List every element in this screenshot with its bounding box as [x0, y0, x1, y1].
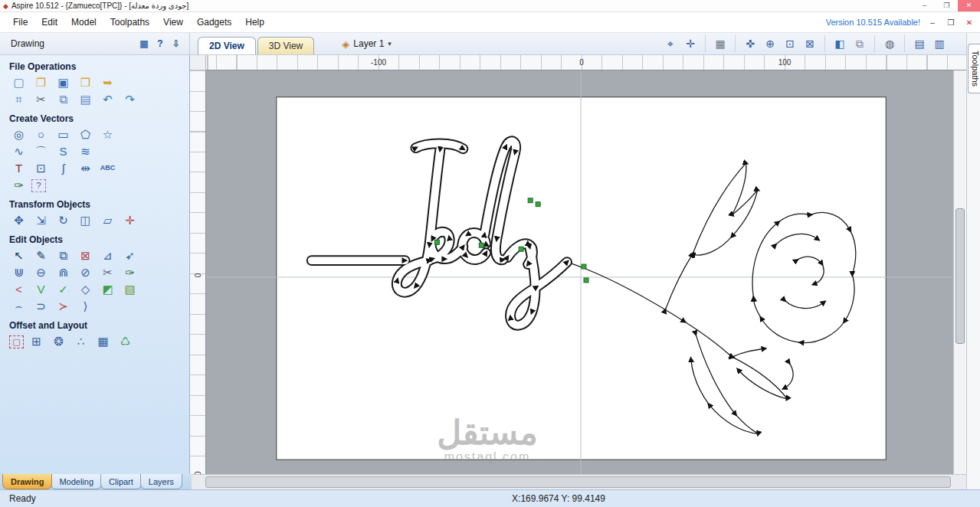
chamfer-icon[interactable]: ≻ [54, 298, 73, 314]
draw-rectangle-icon[interactable]: ▭ [54, 126, 73, 142]
draw-curve-icon[interactable]: S [54, 143, 73, 159]
cut-icon[interactable]: ✂ [31, 91, 51, 107]
minimize-button[interactable]: – [913, 0, 936, 11]
panel-pin-icon[interactable]: ⇩ [169, 37, 183, 51]
vertical-scrollbar-thumb[interactable] [955, 208, 965, 344]
circular-copy-icon[interactable]: ❂ [49, 333, 68, 349]
vertical-scrollbar[interactable] [953, 70, 966, 474]
copy-icon[interactable]: ⧉ [54, 91, 73, 107]
trim-vectors-icon[interactable]: ✂ [98, 264, 117, 280]
stacked-panels-icon[interactable]: ⧉ [851, 35, 869, 52]
arc-tool-icon[interactable]: ⟩ [76, 298, 95, 314]
edit-shape-icon[interactable]: ⊘ [76, 264, 95, 280]
draw-spiral-icon[interactable]: ≋ [76, 143, 95, 159]
smooth-vectors-icon[interactable]: ✓ [54, 281, 73, 297]
rotate-icon[interactable]: ↻ [54, 212, 73, 228]
text-box-icon[interactable]: ⊡ [31, 160, 51, 176]
menu-view[interactable]: View [156, 17, 190, 28]
offset-vectors-icon[interactable]: ▢ [9, 335, 24, 348]
pick-transform-icon[interactable]: ➶ [120, 247, 139, 263]
weld-vectors-icon[interactable]: ⋓ [9, 264, 28, 280]
fill-vector-icon[interactable]: ◩ [98, 281, 117, 297]
dock-panel-icon[interactable]: ❐ [945, 18, 957, 27]
extend-vector-icon[interactable]: ⊃ [31, 298, 51, 314]
dimension-icon[interactable]: ? [31, 179, 46, 192]
panel-help-icon[interactable]: ? [153, 37, 167, 51]
zoom-window-icon[interactable]: ⊡ [781, 35, 799, 52]
job-setup-icon[interactable]: ⌗ [9, 91, 28, 107]
array-copy-icon[interactable]: ⊞ [27, 333, 46, 349]
import-vectors-icon[interactable]: ❒ [76, 74, 95, 90]
tile-windows-v-icon[interactable]: ▥ [930, 35, 949, 52]
convert-text-icon[interactable]: ABC [98, 160, 117, 176]
menu-model[interactable]: Model [64, 17, 103, 28]
draw-polyline-icon[interactable]: ∿ [9, 143, 28, 159]
close-panel-icon[interactable]: ✕ [963, 18, 975, 27]
trace-bitmap-icon[interactable]: ▧ [120, 281, 139, 297]
duplicate-icon[interactable]: ⧉ [54, 247, 73, 263]
tab-toolpaths[interactable]: Toolpaths [968, 44, 980, 93]
paint-brush-icon[interactable]: ✑ [120, 264, 139, 280]
tab-layers[interactable]: Layers [140, 474, 182, 489]
horizontal-scrollbar-thumb[interactable] [205, 476, 951, 488]
guides-icon[interactable]: ✛ [681, 35, 700, 52]
version-update-link[interactable]: Version 10.515 Available! [826, 18, 920, 27]
select-tool-icon[interactable]: ↖ [9, 247, 28, 263]
mirror-icon[interactable]: ◫ [76, 212, 95, 228]
export-vectors-icon[interactable]: ➥ [98, 74, 117, 90]
material-globe-icon[interactable]: ◍ [880, 35, 899, 52]
text-spacing-icon[interactable]: ⇹ [76, 160, 95, 176]
redo-icon[interactable]: ↷ [120, 91, 139, 107]
menu-gadgets[interactable]: Gadgets [190, 17, 238, 28]
menu-edit[interactable]: Edit [34, 17, 64, 28]
close-vector-icon[interactable]: ◇ [76, 281, 95, 297]
grid-toggle-icon[interactable]: ▦ [711, 35, 729, 52]
layer-selector[interactable]: ◈ Layer 1 ▾ [342, 38, 392, 50]
tab-clipart[interactable]: Clipart [100, 474, 142, 489]
draw-ellipse-icon[interactable]: ○ [31, 126, 51, 142]
node-edit-icon[interactable]: ✎ [31, 247, 51, 263]
menu-toolpaths[interactable]: Toolpaths [103, 17, 156, 28]
horizontal-scrollbar[interactable] [192, 474, 966, 489]
draw-text-icon[interactable]: T [9, 160, 28, 176]
subtract-vectors-icon[interactable]: ⊖ [31, 264, 51, 280]
join-open-vectors-icon[interactable]: < [9, 281, 28, 297]
copy-along-vector-icon[interactable]: ∴ [71, 333, 90, 349]
nest-parts-icon[interactable]: ♺ [116, 333, 135, 349]
float-panel-icon[interactable]: – [926, 18, 939, 27]
draw-circle-icon[interactable]: ◎ [9, 126, 28, 142]
align-objects-icon[interactable]: ✛ [120, 212, 139, 228]
text-on-curve-icon[interactable]: ∫ [54, 160, 73, 176]
jody-rose-vector-drawing[interactable] [206, 70, 966, 474]
paste-icon[interactable]: ▤ [76, 91, 95, 107]
close-button[interactable]: ✕ [958, 0, 980, 11]
save-file-icon[interactable]: ▣ [54, 74, 73, 90]
move-objects-icon[interactable]: ✥ [9, 212, 28, 228]
set-size-icon[interactable]: ⇲ [31, 212, 51, 228]
panel-views-icon[interactable]: ▦ [137, 37, 151, 51]
draw-polygon-icon[interactable]: ⬠ [76, 126, 95, 142]
undo-icon[interactable]: ↶ [98, 91, 117, 107]
toolpath-preview-icon[interactable]: ◧ [831, 35, 849, 52]
fillet-tool-icon[interactable]: ⌢ [9, 298, 28, 314]
tab-drawing[interactable]: Drawing [2, 474, 52, 489]
tab-modeling[interactable]: Modeling [51, 474, 102, 489]
new-file-icon[interactable]: ▢ [9, 74, 28, 90]
snap-settings-icon[interactable]: ⌖ [661, 35, 680, 52]
tab-2d-view[interactable]: 2D View [198, 37, 256, 54]
tab-3d-view[interactable]: 3D View [257, 37, 314, 54]
tile-windows-h-icon[interactable]: ▤ [910, 35, 929, 52]
intersect-vectors-icon[interactable]: ⋒ [54, 264, 73, 280]
block-copy-icon[interactable]: ▦ [93, 333, 113, 349]
zoom-in-icon[interactable]: ⊕ [761, 35, 779, 52]
menu-help[interactable]: Help [238, 17, 271, 28]
menu-file[interactable]: File [6, 17, 34, 28]
fit-curves-icon[interactable]: V [31, 281, 51, 297]
open-file-icon[interactable]: ❒ [31, 74, 51, 90]
draw-star-icon[interactable]: ☆ [98, 126, 117, 142]
maximize-button[interactable]: ❐ [936, 0, 958, 11]
measure-icon[interactable]: ⊿ [98, 247, 117, 263]
pan-icon[interactable]: ✜ [741, 35, 759, 52]
distort-icon[interactable]: ▱ [98, 212, 117, 228]
delete-icon[interactable]: ⊠ [76, 247, 95, 263]
